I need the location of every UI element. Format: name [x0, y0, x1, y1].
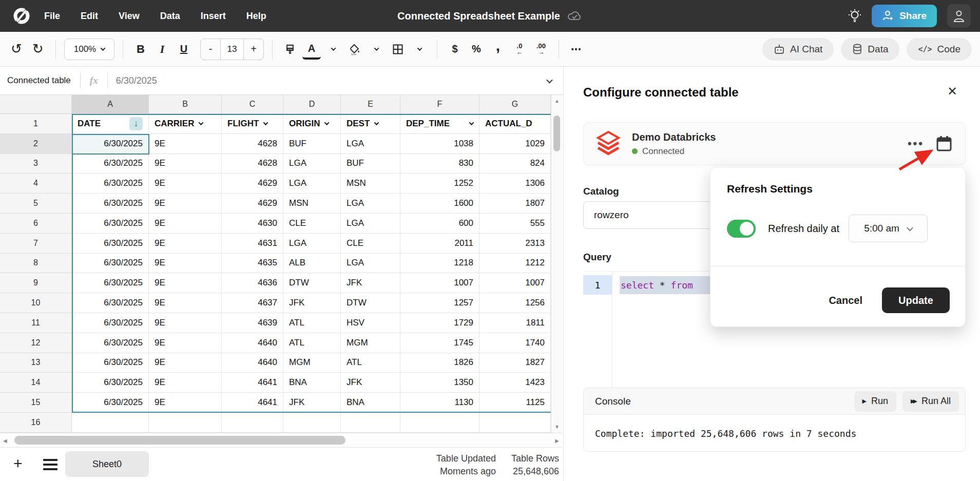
grid-cell-A9[interactable]: 6/30/2025: [72, 273, 149, 293]
grid-cell-C4[interactable]: 4629: [222, 174, 283, 194]
grid-cell-B10[interactable]: 9E: [149, 293, 222, 313]
row-number-12[interactable]: 12: [0, 333, 72, 353]
grid-cell-A15[interactable]: 6/30/2025: [72, 393, 149, 413]
horizontal-scrollbar[interactable]: ◀ ▶: [0, 433, 562, 448]
format-painter-button[interactable]: [281, 39, 299, 60]
grid-cell-A8[interactable]: 6/30/2025: [72, 254, 149, 274]
grid-cell-F9[interactable]: 1007: [400, 273, 479, 293]
grid-cell-G16[interactable]: [479, 413, 551, 433]
table-header-DEP_TIME[interactable]: DEP_TIME: [400, 114, 479, 134]
grid-cell-F6[interactable]: 600: [400, 214, 479, 234]
column-header-A[interactable]: A: [72, 95, 149, 114]
row-number-3[interactable]: 3: [0, 154, 72, 174]
grid-cell-A10[interactable]: 6/30/2025: [72, 293, 149, 313]
grid-cell-G4[interactable]: 1306: [479, 174, 551, 194]
table-header-FLIGHT[interactable]: FLIGHT: [222, 114, 283, 134]
filter-chevron-icon[interactable]: [199, 121, 204, 126]
grid-cell-A6[interactable]: 6/30/2025: [72, 214, 149, 234]
grid-cell-C11[interactable]: 4639: [222, 313, 283, 333]
decrease-decimals-button[interactable]: .0←: [510, 39, 529, 60]
grid-cell-C16[interactable]: [222, 413, 283, 433]
grid-cell-F2[interactable]: 1038: [400, 134, 479, 154]
grid-cell-D5[interactable]: MSN: [283, 194, 341, 214]
grid-cell-E6[interactable]: LGA: [341, 214, 400, 234]
column-header-B[interactable]: B: [149, 95, 222, 114]
row-number-16[interactable]: 16: [0, 413, 72, 433]
grid-cell-C10[interactable]: 4637: [222, 293, 283, 313]
grid-cell-F4[interactable]: 1252: [400, 174, 479, 194]
grid-cell-B14[interactable]: 9E: [149, 373, 222, 393]
grid-cell-D14[interactable]: BNA: [283, 373, 341, 393]
grid-cell-A11[interactable]: 6/30/2025: [72, 313, 149, 333]
grid-cell-D7[interactable]: LGA: [283, 234, 341, 254]
table-header-CARRIER[interactable]: CARRIER: [149, 114, 222, 134]
grid-cell-B6[interactable]: 9E: [149, 214, 222, 234]
grid-cell-E14[interactable]: JFK: [341, 373, 400, 393]
grid-cell-F11[interactable]: 1729: [400, 313, 479, 333]
table-header-ORIGIN[interactable]: ORIGIN: [283, 114, 341, 134]
menu-file[interactable]: File: [44, 11, 60, 22]
connection-menu-button[interactable]: •••: [908, 137, 924, 150]
horizontal-scroll-thumb[interactable]: [14, 436, 345, 445]
grid-cell-B4[interactable]: 9E: [149, 174, 222, 194]
grid-cell-E9[interactable]: JFK: [341, 273, 400, 293]
grid-cell-E5[interactable]: LGA: [341, 194, 400, 214]
table-header-DEST[interactable]: DEST: [341, 114, 400, 134]
lightbulb-icon[interactable]: [848, 8, 861, 24]
name-box[interactable]: Connected table: [0, 75, 80, 86]
row-number-14[interactable]: 14: [0, 373, 72, 393]
grid-cell-G14[interactable]: 1423: [479, 373, 551, 393]
grid-cell-D8[interactable]: ALB: [283, 254, 341, 274]
scroll-left-arrow-icon[interactable]: ◀: [3, 438, 7, 444]
row-number-8[interactable]: 8: [0, 254, 72, 274]
grid-cell-G10[interactable]: 1256: [479, 293, 551, 313]
text-color-dropdown[interactable]: [324, 39, 342, 60]
row-number-9[interactable]: 9: [0, 273, 72, 293]
font-size-decrease-button[interactable]: -: [201, 39, 220, 60]
grid-cell-C14[interactable]: 4641: [222, 373, 283, 393]
row-number-11[interactable]: 11: [0, 313, 72, 333]
grid-cell-D15[interactable]: JFK: [283, 393, 341, 413]
grid-cell-B7[interactable]: 9E: [149, 234, 222, 254]
grid-cell-G8[interactable]: 1212: [479, 254, 551, 274]
grid-cell-B12[interactable]: 9E: [149, 333, 222, 353]
schedule-calendar-button[interactable]: [935, 134, 953, 153]
grid-cell-D6[interactable]: CLE: [283, 214, 341, 234]
grid-cell-F7[interactable]: 2011: [400, 234, 479, 254]
table-header-ACTUAL_D[interactable]: ACTUAL_D: [479, 114, 551, 134]
formula-bar-expand-chevron[interactable]: [546, 76, 553, 83]
grid-cell-E15[interactable]: BNA: [341, 393, 400, 413]
percent-format-button[interactable]: %: [467, 39, 486, 60]
grid-cell-C6[interactable]: 4630: [222, 214, 283, 234]
grid-cell-F14[interactable]: 1350: [400, 373, 479, 393]
scroll-down-arrow-icon[interactable]: ▼: [554, 424, 560, 430]
cancel-button[interactable]: Cancel: [829, 295, 862, 306]
grid-cell-G12[interactable]: 1740: [479, 333, 551, 353]
table-header-DATE[interactable]: DATE↓: [72, 114, 149, 134]
grid-cell-A3[interactable]: 6/30/2025: [72, 154, 149, 174]
update-button[interactable]: Update: [882, 287, 950, 313]
row-number-2[interactable]: 2: [0, 134, 72, 154]
code-button[interactable]: </> Code: [907, 38, 972, 61]
increase-decimals-button[interactable]: .00→: [532, 39, 550, 60]
grid-cell-D13[interactable]: MGM: [283, 353, 341, 373]
filter-chevron-icon[interactable]: [374, 121, 379, 126]
column-header-E[interactable]: E: [341, 95, 400, 114]
grid-cell-C5[interactable]: 4629: [222, 194, 283, 214]
menu-data[interactable]: Data: [160, 11, 180, 22]
grid-cell-C13[interactable]: 4640: [222, 353, 283, 373]
grid-cell-D10[interactable]: JFK: [283, 293, 341, 313]
grid-cell-G3[interactable]: 824: [479, 154, 551, 174]
scroll-right-arrow-icon[interactable]: ▶: [555, 438, 559, 444]
account-avatar-button[interactable]: [947, 4, 971, 28]
redo-button[interactable]: ↻: [29, 39, 47, 60]
filter-chevron-icon[interactable]: [469, 121, 474, 126]
grid-cell-G9[interactable]: 1007: [479, 273, 551, 293]
grid-cell-C12[interactable]: 4640: [222, 333, 283, 353]
grid-cell-C9[interactable]: 4636: [222, 273, 283, 293]
menu-help[interactable]: Help: [246, 11, 266, 22]
underline-button[interactable]: U: [175, 39, 193, 60]
menu-insert[interactable]: Insert: [201, 11, 226, 22]
filter-chevron-icon[interactable]: [324, 121, 330, 126]
bold-button[interactable]: B: [131, 39, 150, 60]
